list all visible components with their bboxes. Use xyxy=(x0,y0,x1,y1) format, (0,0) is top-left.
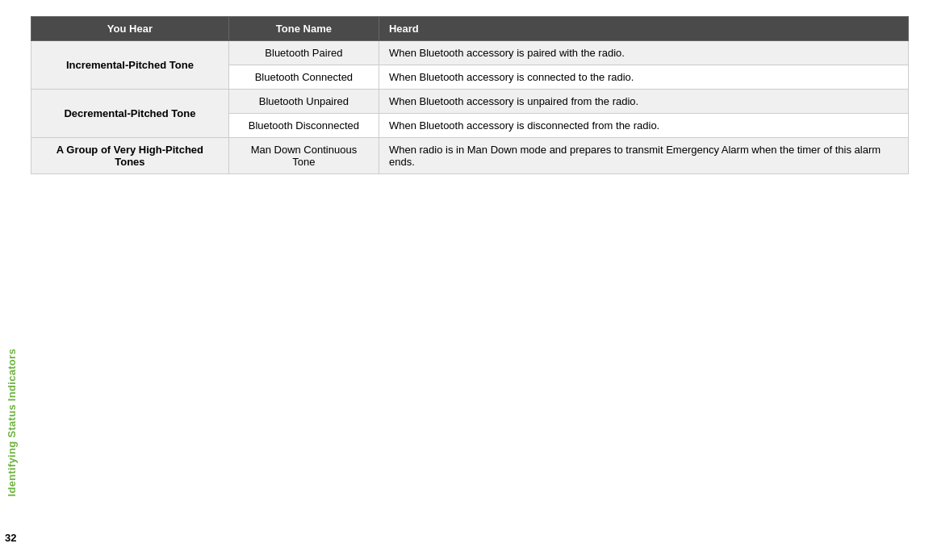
main-content: You Hear Tone Name Heard Incremental-Pit… xyxy=(23,0,933,560)
heard-bt-disconnected: When Bluetooth accessory is disconnected… xyxy=(379,114,908,138)
heard-bt-unpaired: When Bluetooth accessory is unpaired fro… xyxy=(379,90,908,114)
table-header-row: You Hear Tone Name Heard xyxy=(31,17,909,41)
table-row: Decremental-Pitched Tone Bluetooth Unpai… xyxy=(31,90,909,114)
tone-name-man-down: Man Down Continuous Tone xyxy=(228,138,379,174)
table-row: Incremental-Pitched Tone Bluetooth Paire… xyxy=(31,41,909,65)
sidebar-text-wrapper: Identifying Status Indicators xyxy=(0,334,23,512)
group-label-incremental: Incremental-Pitched Tone xyxy=(31,41,229,90)
header-tone-name: Tone Name xyxy=(228,17,379,41)
group-label-decremental: Decremental-Pitched Tone xyxy=(31,90,229,138)
sidebar-title: Identifying Status Indicators xyxy=(6,349,18,497)
heard-bt-connected: When Bluetooth accessory is connected to… xyxy=(379,65,908,90)
table-row: A Group of Very High-Pitched Tones Man D… xyxy=(31,138,909,174)
tone-name-bt-disconnected: Bluetooth Disconnected xyxy=(228,114,379,138)
group-label-highpitched: A Group of Very High-Pitched Tones xyxy=(31,138,229,174)
header-heard: Heard xyxy=(379,17,908,41)
tone-name-bt-connected: Bluetooth Connected xyxy=(228,65,379,90)
page-number: 32 xyxy=(5,532,16,544)
sidebar: Identifying Status Indicators 32 xyxy=(0,0,23,560)
tone-name-bt-unpaired: Bluetooth Unpaired xyxy=(228,90,379,114)
heard-bt-paired: When Bluetooth accessory is paired with … xyxy=(379,41,908,65)
heard-man-down: When radio is in Man Down mode and prepa… xyxy=(379,138,908,174)
tone-name-bt-paired: Bluetooth Paired xyxy=(228,41,379,65)
header-you-hear: You Hear xyxy=(31,17,229,41)
tones-table: You Hear Tone Name Heard Incremental-Pit… xyxy=(31,16,909,174)
